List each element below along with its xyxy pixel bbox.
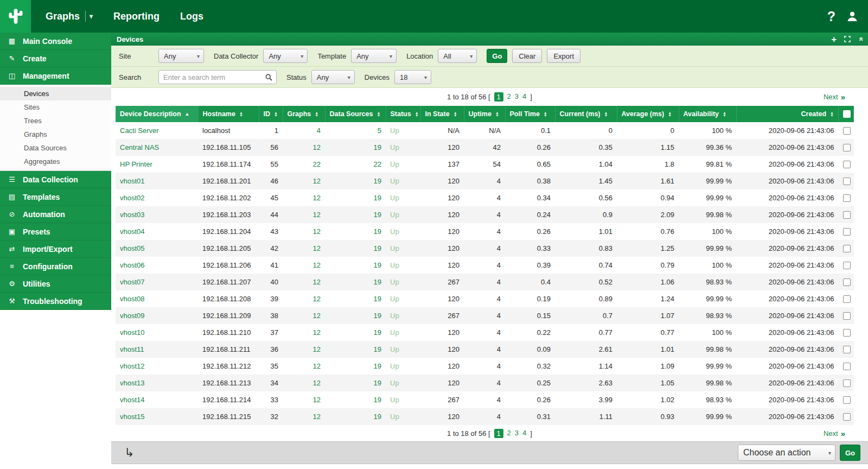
cell-description[interactable]: vhost15 (116, 408, 198, 425)
column-header-average-ms[interactable]: Average (ms)▲▼ (617, 106, 679, 122)
sidebar-subitem-graphs[interactable]: Graphs (0, 128, 111, 141)
page-link-3[interactable]: 3 (515, 429, 519, 438)
cell-description[interactable]: vhost08 (116, 290, 198, 307)
row-checkbox[interactable] (843, 346, 851, 353)
cell-description[interactable]: vhost11 (116, 341, 198, 358)
cell-graphs[interactable]: 12 (283, 341, 325, 358)
go-button[interactable]: Go (487, 49, 507, 63)
column-header-hostname[interactable]: Hostname▲▼ (198, 106, 259, 122)
row-checkbox[interactable] (843, 379, 851, 387)
sidebar-item-configuration[interactable]: ≡Configuration (0, 258, 111, 275)
cell-description[interactable]: vhost10 (116, 324, 198, 341)
row-checkbox[interactable] (843, 329, 851, 337)
cell-data-sources[interactable]: 19 (325, 307, 386, 324)
sidebar-item-import-export[interactable]: ⇄Import/Export (0, 240, 111, 258)
chevron-down-icon[interactable]: ▾ (90, 12, 93, 20)
column-header-description[interactable]: Device Description▲ (116, 106, 198, 122)
cell-data-sources[interactable]: 19 (325, 173, 386, 189)
cell-graphs[interactable]: 22 (283, 156, 325, 173)
row-checkbox[interactable] (843, 245, 851, 252)
cell-description[interactable]: vhost05 (116, 240, 198, 257)
row-checkbox[interactable] (843, 413, 851, 421)
cell-graphs[interactable]: 4 (283, 122, 325, 139)
next-page-link[interactable]: Next » (824, 92, 868, 102)
cell-graphs[interactable]: 12 (283, 408, 325, 425)
cell-data-sources[interactable]: 19 (325, 341, 386, 358)
cell-graphs[interactable]: 12 (283, 358, 325, 375)
template-select[interactable]: Any ▾ (351, 49, 397, 63)
cell-data-sources[interactable]: 19 (325, 257, 386, 274)
cell-data-sources[interactable]: 19 (325, 206, 386, 223)
column-header-created[interactable]: Created▲▼ (736, 106, 839, 122)
row-checkbox[interactable] (843, 211, 851, 219)
cell-data-sources[interactable]: 19 (325, 223, 386, 240)
sidebar-subitem-data-sources[interactable]: Data Sources (0, 141, 111, 155)
page-link-2[interactable]: 2 (507, 429, 511, 438)
sidebar-subitem-devices[interactable]: Devices (0, 87, 111, 100)
cell-description[interactable]: vhost04 (116, 223, 198, 240)
cell-graphs[interactable]: 12 (283, 223, 325, 240)
site-select[interactable]: Any ▾ (158, 49, 204, 63)
cell-graphs[interactable]: 12 (283, 206, 325, 223)
row-checkbox[interactable] (843, 228, 851, 236)
cell-data-sources[interactable]: 19 (325, 139, 386, 156)
cell-data-sources[interactable]: 19 (325, 375, 386, 391)
cell-data-sources[interactable]: 19 (325, 358, 386, 375)
search-input[interactable] (159, 73, 265, 81)
status-select[interactable]: Any ▾ (311, 70, 355, 84)
collapse-panel-icon[interactable]: » (856, 37, 865, 41)
action-go-button[interactable]: Go (840, 445, 860, 461)
cell-description[interactable]: vhost12 (116, 358, 198, 375)
data-collector-select[interactable]: Any ▾ (263, 49, 308, 63)
sidebar-item-management[interactable]: ◫Management (0, 67, 111, 85)
page-link-1[interactable]: 1 (494, 92, 503, 102)
cell-description[interactable]: vhost06 (116, 257, 198, 274)
page-link-2[interactable]: 2 (507, 92, 511, 102)
cell-data-sources[interactable]: 19 (325, 391, 386, 408)
cell-data-sources[interactable]: 19 (325, 240, 386, 257)
column-header-data-sources[interactable]: Data Sources▲▼ (325, 106, 386, 122)
sidebar-item-create[interactable]: ✎Create (0, 50, 111, 67)
cell-description[interactable]: Cacti Server (116, 122, 198, 139)
column-header-poll-time[interactable]: Poll Time▲▼ (505, 106, 555, 122)
cell-graphs[interactable]: 12 (283, 324, 325, 341)
sidebar-item-main-console[interactable]: ▦Main Console (0, 33, 111, 50)
column-header-in-state[interactable]: In State▲▼ (420, 106, 464, 122)
cell-graphs[interactable]: 12 (283, 139, 325, 156)
row-checkbox[interactable] (843, 396, 851, 404)
page-link-4[interactable]: 4 (522, 92, 526, 102)
row-checkbox[interactable] (843, 194, 851, 202)
page-link-4[interactable]: 4 (522, 429, 526, 438)
column-header-availability[interactable]: Availability▲▼ (679, 106, 736, 122)
row-checkbox[interactable] (843, 278, 851, 286)
column-header-id[interactable]: ID▲▼ (259, 106, 283, 122)
cacti-logo[interactable] (0, 0, 31, 33)
cell-data-sources[interactable]: 22 (325, 156, 386, 173)
row-checkbox[interactable] (843, 127, 851, 135)
cell-graphs[interactable]: 12 (283, 307, 325, 324)
row-checkbox[interactable] (843, 295, 851, 303)
sidebar-subitem-sites[interactable]: Sites (0, 100, 111, 114)
row-checkbox[interactable] (843, 363, 851, 370)
next-page-link[interactable]: Next » (824, 429, 868, 438)
cell-description[interactable]: vhost14 (116, 391, 198, 408)
cell-graphs[interactable]: 12 (283, 189, 325, 206)
user-icon[interactable] (846, 10, 858, 22)
page-link-1[interactable]: 1 (494, 429, 503, 438)
cell-description[interactable]: vhost02 (116, 189, 198, 206)
nav-tab-reporting[interactable]: Reporting (103, 0, 170, 33)
row-checkbox[interactable] (843, 178, 851, 185)
cell-description[interactable]: vhost03 (116, 206, 198, 223)
cell-description[interactable]: HP Printer (116, 156, 198, 173)
cell-data-sources[interactable]: 5 (325, 122, 386, 139)
cell-graphs[interactable]: 12 (283, 290, 325, 307)
sidebar-item-data-collection[interactable]: ☰Data Collection (0, 171, 111, 188)
cell-graphs[interactable]: 12 (283, 173, 325, 189)
column-header-graphs[interactable]: Graphs▲▼ (283, 106, 325, 122)
row-checkbox[interactable] (843, 144, 851, 151)
row-checkbox[interactable] (843, 312, 851, 320)
cell-data-sources[interactable]: 19 (325, 189, 386, 206)
page-link-3[interactable]: 3 (515, 92, 519, 102)
sidebar-item-troubleshooting[interactable]: ⚒Troubleshooting (0, 293, 111, 310)
cell-data-sources[interactable]: 19 (325, 324, 386, 341)
